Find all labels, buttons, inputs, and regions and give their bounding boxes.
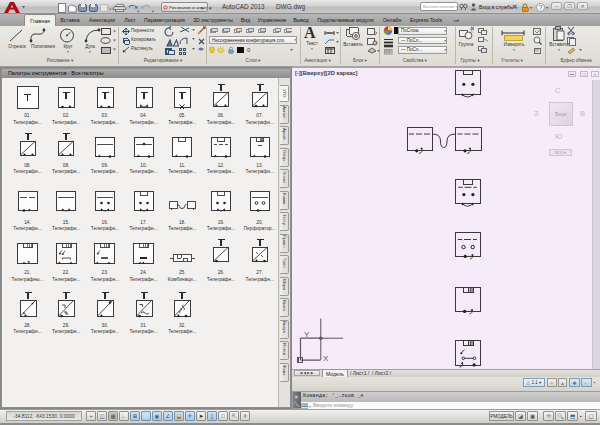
- svg-text:?: ?: [539, 3, 543, 10]
- svg-text:X: X: [323, 354, 329, 363]
- svg-text:0: 0: [247, 47, 250, 53]
- svg-text:Y: Y: [304, 330, 310, 339]
